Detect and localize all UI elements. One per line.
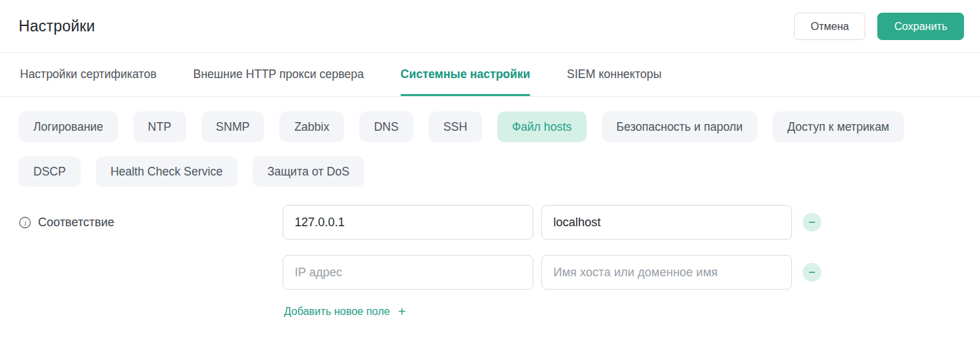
chip-security-passwords[interactable]: Безопасность и пароли — [602, 111, 757, 142]
minus-icon: − — [809, 217, 815, 228]
header-actions: Отмена Сохранить — [794, 13, 964, 40]
host-name-input-2[interactable] — [541, 255, 792, 290]
cancel-button[interactable]: Отмена — [794, 13, 865, 40]
chip-ssh[interactable]: SSH — [429, 111, 482, 142]
remove-row-button-2[interactable]: − — [803, 263, 821, 282]
add-new-field-link[interactable]: Добавить новое поле — [284, 306, 390, 318]
chip-dscp[interactable]: DSCP — [19, 156, 81, 187]
page-header: Настройки Отмена Сохранить — [0, 0, 980, 53]
tab-external-http-proxy[interactable]: Внешние HTTP прокси сервера — [193, 53, 364, 96]
info-icon: i — [19, 216, 31, 229]
chip-zabbix[interactable]: Zabbix — [279, 111, 344, 142]
mapping-field-label-text: Соответствие — [38, 216, 115, 230]
settings-category-chips: Логирование NTP SNMP Zabbix DNS SSH Файл… — [0, 97, 967, 187]
chip-dos-protection[interactable]: Защита от DoS — [253, 156, 364, 187]
mapping-rows: − − Добавить новое поле + — [283, 205, 821, 318]
minus-icon: − — [809, 267, 815, 278]
svg-text:i: i — [24, 218, 26, 226]
tab-siem-connectors[interactable]: SIEM коннекторы — [567, 53, 661, 96]
chip-ntp[interactable]: NTP — [133, 111, 186, 142]
mapping-row: − — [283, 205, 821, 240]
plus-icon[interactable]: + — [398, 305, 406, 318]
host-name-input-1[interactable] — [541, 205, 792, 240]
tab-system-settings[interactable]: Системные настройки — [401, 53, 531, 96]
chip-metrics-access[interactable]: Доступ к метрикам — [773, 111, 904, 142]
chip-hosts-file[interactable]: Файл hosts — [497, 111, 587, 142]
page-title: Настройки — [19, 17, 95, 35]
tab-bar: Настройки сертификатов Внешние HTTP прок… — [0, 53, 980, 97]
chip-snmp[interactable]: SNMP — [201, 111, 265, 142]
mapping-row: − — [283, 255, 821, 290]
hosts-mapping-section: i Соответствие − − Добавить новое поле + — [0, 205, 980, 318]
ip-address-input-2[interactable] — [283, 255, 533, 290]
add-field-row: Добавить новое поле + — [283, 305, 821, 318]
ip-address-input-1[interactable] — [283, 205, 533, 240]
chip-dns[interactable]: DNS — [359, 111, 413, 142]
remove-row-button-1[interactable]: − — [803, 213, 821, 232]
mapping-field-label: i Соответствие — [19, 205, 283, 240]
tab-certificate-settings[interactable]: Настройки сертификатов — [20, 53, 157, 96]
save-button[interactable]: Сохранить — [877, 13, 964, 40]
chip-logging[interactable]: Логирование — [19, 111, 118, 142]
chip-health-check-service[interactable]: Health Check Service — [96, 156, 237, 187]
